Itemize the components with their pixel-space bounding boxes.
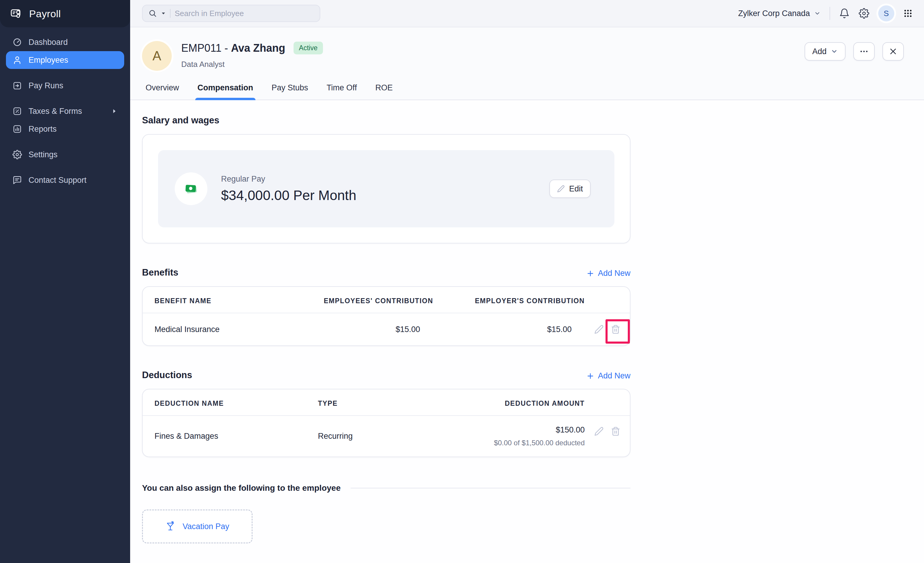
settings-icon [12, 150, 22, 159]
tab-roe[interactable]: ROE [374, 80, 394, 99]
plus-icon [586, 372, 594, 380]
payroll-logo-icon [10, 8, 22, 20]
pay-type-label: Regular Pay [221, 174, 356, 184]
deductions-table: DEDUCTION NAME TYPE DEDUCTION AMOUNT Fin… [142, 389, 630, 457]
search-divider [170, 9, 171, 18]
close-icon [889, 47, 897, 56]
tab-pay-stubs[interactable]: Pay Stubs [270, 80, 309, 99]
employee-title: EMP011 - Ava Zhang Active [181, 42, 323, 54]
taxes-forms-icon [12, 107, 22, 116]
topbar-right: Zylker Corp Canada S [738, 5, 913, 21]
search-scope-caret-icon[interactable] [161, 11, 166, 16]
edit-salary-button[interactable]: Edit [549, 180, 591, 198]
chevron-down-icon [831, 48, 838, 55]
employee-role: Data Analyst [181, 60, 323, 69]
org-switcher[interactable]: Zylker Corp Canada [738, 9, 820, 18]
benefits-header: Benefits Add New [142, 267, 630, 278]
sidebar-item-dashboard[interactable]: Dashboard [6, 33, 124, 51]
deductions-add-new-link[interactable]: Add New [586, 371, 630, 380]
assign-divider [351, 488, 630, 488]
tab-compensation[interactable]: Compensation [196, 80, 255, 99]
col-type: TYPE [318, 399, 434, 408]
employee-code: EMP011 [181, 42, 221, 54]
reports-icon [12, 124, 22, 134]
sidebar-item-label: Settings [28, 150, 58, 159]
org-name: Zylker Corp Canada [738, 9, 810, 18]
deduction-type: Recurring [318, 432, 434, 441]
sidebar-item-label: Pay Runs [28, 81, 63, 90]
sidebar-item-contact-support[interactable]: Contact Support [6, 171, 124, 189]
sidebar-nav: Dashboard Employees Pay Runs Taxes & For… [0, 27, 130, 189]
sidebar-item-reports[interactable]: Reports [6, 120, 124, 138]
money-icon [183, 181, 199, 197]
header-actions: Add [805, 42, 904, 61]
app-title: Payroll [29, 8, 61, 20]
employee-header: A EMP011 - Ava Zhang Active Data Analyst… [130, 27, 924, 71]
add-button-label: Add [812, 47, 826, 56]
topbar-divider [830, 7, 830, 20]
money-icon-circle [175, 173, 207, 205]
pay-amount: $34,000.00 Per Month [221, 187, 356, 203]
tab-time-off[interactable]: Time Off [326, 80, 358, 99]
sidebar: Payroll Dashboard Employees Pay Runs [0, 0, 130, 563]
search-input[interactable] [175, 9, 314, 18]
benefit-employers-contribution: $15.00 [433, 325, 585, 334]
col-deduction-name: DEDUCTION NAME [154, 399, 318, 408]
more-button[interactable] [853, 42, 874, 61]
employees-icon [12, 55, 22, 65]
sidebar-item-label: Taxes & Forms [28, 107, 82, 116]
benefits-table-header: BENEFIT NAME EMPLOYEES' CONTRIBUTION EMP… [142, 287, 630, 313]
dashboard-icon [12, 38, 22, 47]
title-separator: - [224, 42, 228, 54]
edit-benefit-icon[interactable] [594, 324, 604, 334]
sidebar-item-pay-runs[interactable]: Pay Runs [6, 77, 124, 95]
col-deduction-amount: DEDUCTION AMOUNT [434, 399, 585, 408]
chevron-right-icon [111, 108, 118, 114]
user-avatar-letter: S [884, 9, 889, 18]
settings-gear-icon[interactable] [859, 8, 869, 19]
deductions-table-header: DEDUCTION NAME TYPE DEDUCTION AMOUNT [142, 389, 630, 416]
app-logo: Payroll [0, 0, 130, 27]
employee-avatar: A [142, 41, 172, 71]
employee-avatar-letter: A [152, 48, 161, 63]
notifications-bell-icon[interactable] [839, 8, 850, 19]
add-new-label: Add New [598, 269, 630, 278]
pencil-icon [557, 185, 565, 193]
sidebar-item-settings[interactable]: Settings [6, 146, 124, 164]
global-search[interactable] [142, 5, 320, 22]
benefits-table: BENEFIT NAME EMPLOYEES' CONTRIBUTION EMP… [142, 286, 630, 346]
chevron-down-icon [814, 10, 820, 17]
close-button[interactable] [882, 42, 904, 61]
salary-card: Regular Pay $34,000.00 Per Month Edit [142, 134, 630, 243]
add-button[interactable]: Add [805, 42, 846, 61]
benefits-add-new-link[interactable]: Add New [586, 269, 630, 278]
plus-icon [586, 270, 594, 277]
search-icon[interactable] [148, 9, 157, 18]
status-badge: Active [294, 42, 323, 54]
app-window: Payroll Dashboard Employees Pay Runs [0, 0, 924, 563]
delete-benefit-icon[interactable] [611, 324, 620, 334]
tab-overview[interactable]: Overview [144, 80, 180, 99]
deduction-row: Fines & Damages Recurring $150.00 $0.00 … [142, 416, 630, 456]
benefit-name: Medical Insurance [154, 325, 288, 334]
sidebar-item-label: Reports [28, 125, 57, 134]
sidebar-item-label: Contact Support [28, 176, 87, 185]
deduction-progress-note: $0.00 of $1,500.00 deducted [434, 439, 585, 447]
edit-deduction-icon[interactable] [594, 426, 604, 436]
sidebar-item-employees[interactable]: Employees [6, 51, 124, 69]
edit-button-label: Edit [569, 184, 583, 194]
assign-section-title: You can also assign the following to the… [142, 483, 340, 493]
delete-deduction-icon[interactable] [611, 426, 620, 436]
deductions-header: Deductions Add New [142, 370, 630, 380]
salary-section-title: Salary and wages [142, 115, 924, 126]
deduction-amount: $150.00 [434, 425, 585, 435]
user-avatar[interactable]: S [878, 5, 894, 21]
apps-grid-icon[interactable] [903, 9, 913, 18]
sidebar-item-label: Dashboard [28, 38, 68, 47]
benefit-employees-contribution: $15.00 [288, 325, 433, 334]
topbar: Zylker Corp Canada S [130, 0, 924, 27]
vacation-pay-button[interactable]: Vacation Pay [142, 509, 252, 543]
sidebar-item-taxes-forms[interactable]: Taxes & Forms [6, 102, 124, 120]
col-benefit-name: BENEFIT NAME [154, 297, 288, 305]
contact-support-icon [12, 176, 22, 185]
